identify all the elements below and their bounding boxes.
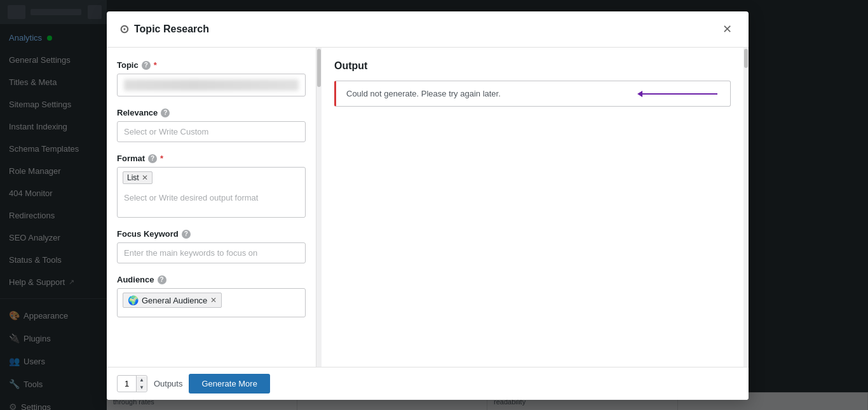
spinner-arrows: ▲ ▼ xyxy=(137,376,147,391)
topic-blurred-content xyxy=(124,79,299,91)
modal-footer: 1 ▲ ▼ Outputs Generate More xyxy=(107,367,749,400)
relevance-input[interactable] xyxy=(117,121,306,142)
topic-group: Topic ? * xyxy=(117,60,306,96)
spinner-down-button[interactable]: ▼ xyxy=(137,384,147,392)
topic-label-text: Topic xyxy=(117,60,139,70)
left-panel: Topic ? * Relevance ? Format xyxy=(107,48,316,367)
outputs-value: 1 xyxy=(118,376,137,392)
left-scrollbar-thumb xyxy=(317,49,321,87)
format-required: * xyxy=(160,154,163,163)
format-group: Format ? * List ✕ Select or Write desire… xyxy=(117,154,306,218)
right-scrollbar-thumb xyxy=(744,49,748,68)
error-arrow xyxy=(637,91,717,97)
generate-more-button[interactable]: Generate More xyxy=(189,374,269,393)
format-label-text: Format xyxy=(117,154,145,163)
output-title: Output xyxy=(334,60,731,72)
audience-tag-text: General Audience xyxy=(142,296,207,305)
focus-keyword-input[interactable] xyxy=(117,242,306,263)
generate-btn-label: Generate More xyxy=(201,379,257,388)
topic-input-container[interactable] xyxy=(117,74,306,96)
audience-input-area[interactable]: 🌍 General Audience ✕ xyxy=(117,288,306,317)
format-help-icon[interactable]: ? xyxy=(148,154,157,163)
modal-title: ⊙ Topic Research xyxy=(119,22,209,36)
focus-keyword-label-text: Focus Keyword xyxy=(117,229,179,239)
modal-header: ⊙ Topic Research ✕ xyxy=(107,11,749,48)
right-panel-scrollbar[interactable] xyxy=(743,48,749,367)
audience-tag-remove[interactable]: ✕ xyxy=(210,296,217,304)
audience-group: Audience ? 🌍 General Audience ✕ xyxy=(117,275,306,317)
left-panel-scrollbar[interactable] xyxy=(316,48,322,367)
format-placeholder: Select or Write desired output format xyxy=(123,190,300,205)
spinner-up-button[interactable]: ▲ xyxy=(137,376,147,384)
format-tag-text: List xyxy=(127,173,139,182)
right-panel: Output Could not generate. Please try ag… xyxy=(322,48,743,367)
outputs-spinner[interactable]: 1 ▲ ▼ xyxy=(117,375,147,392)
topic-required: * xyxy=(154,60,157,70)
error-message: Could not generate. Please try again lat… xyxy=(346,89,501,98)
format-input-area[interactable]: List ✕ Select or Write desired output fo… xyxy=(117,167,306,218)
audience-tag: 🌍 General Audience ✕ xyxy=(123,293,222,308)
topic-label: Topic ? * xyxy=(117,60,306,70)
focus-keyword-group: Focus Keyword ? xyxy=(117,229,306,263)
topic-help-icon[interactable]: ? xyxy=(142,61,151,70)
globe-icon: 🌍 xyxy=(128,295,139,305)
relevance-label-text: Relevance xyxy=(117,108,158,117)
relevance-label: Relevance ? xyxy=(117,108,306,117)
error-box: Could not generate. Please try again lat… xyxy=(334,81,731,107)
close-icon: ✕ xyxy=(722,22,732,36)
modal-title-text: Topic Research xyxy=(134,23,209,35)
arrow-line xyxy=(641,93,717,95)
outputs-label: Outputs xyxy=(154,379,183,388)
audience-help-icon[interactable]: ? xyxy=(158,275,166,284)
relevance-group: Relevance ? xyxy=(117,108,306,142)
audience-label: Audience ? xyxy=(117,275,306,284)
relevance-help-icon[interactable]: ? xyxy=(161,109,170,117)
topic-research-modal: ⊙ Topic Research ✕ Topic ? * xyxy=(107,11,749,400)
format-tag-list: List ✕ xyxy=(123,171,153,184)
format-label: Format ? * xyxy=(117,154,306,163)
audience-label-text: Audience xyxy=(117,275,154,284)
focus-keyword-label: Focus Keyword ? xyxy=(117,229,306,239)
focus-keyword-help-icon[interactable]: ? xyxy=(182,230,191,239)
modal-title-icon: ⊙ xyxy=(119,22,129,36)
format-tag-remove[interactable]: ✕ xyxy=(142,174,148,182)
modal-close-button[interactable]: ✕ xyxy=(718,20,736,38)
modal-body: Topic ? * Relevance ? Format xyxy=(107,48,749,367)
